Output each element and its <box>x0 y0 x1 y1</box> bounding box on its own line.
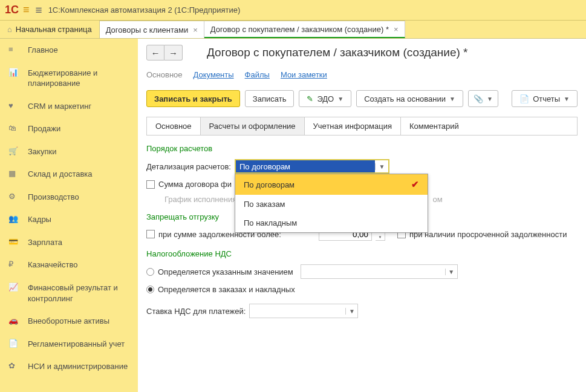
sidebar-icon: ♥ <box>8 101 19 110</box>
detail-select-input[interactable]: По договорам ▼ <box>235 159 389 174</box>
close-tab-icon[interactable]: × <box>394 25 399 34</box>
sidebar-label: Главное <box>28 45 58 56</box>
home-tab-label: Начальная страница <box>16 25 92 34</box>
forward-button[interactable]: → <box>164 45 183 60</box>
link-files[interactable]: Файлы <box>245 70 270 79</box>
detail-label: Детализация расчетов: <box>146 162 231 171</box>
sum-fixed-label: Сумма договора фи <box>158 180 232 189</box>
link-notes[interactable]: Мои заметки <box>281 70 327 79</box>
close-tab-icon[interactable]: × <box>193 25 198 34</box>
main-menu-icon[interactable]: ≡ <box>36 4 42 17</box>
tab-contracts-list[interactable]: Договоры с клиентами × <box>100 21 204 38</box>
reports-button[interactable]: 📄Отчеты▼ <box>512 90 578 107</box>
link-documents[interactable]: Документы <box>194 70 234 79</box>
sidebar-icon: ▦ <box>8 169 19 178</box>
edo-button[interactable]: ✎ЭДО▼ <box>299 90 351 107</box>
navigation-sidebar: ≡Главное📊Бюджетирование и планирование♥C… <box>0 39 138 392</box>
subtab-accounting[interactable]: Учетная информация <box>305 117 401 135</box>
debt-over-checkbox[interactable] <box>146 230 155 238</box>
dropdown-toggle-icon[interactable]: ▼ <box>445 269 457 275</box>
sidebar-item[interactable]: 🛒Закупки <box>0 140 138 163</box>
tab-label: Договор с покупателем / заказчиком (созд… <box>210 25 389 34</box>
tab-contract-create[interactable]: Договор с покупателем / заказчиком (созд… <box>204 21 405 38</box>
title-bar: 1C≡ ≡ 1С:Комплексная автоматизация 2 (1С… <box>0 0 586 21</box>
sidebar-item[interactable]: 🚗Внеоборотные активы <box>0 310 138 333</box>
subtab-payments[interactable]: Расчеты и оформление <box>201 117 305 135</box>
create-from-button[interactable]: Создать на основании▼ <box>356 90 463 107</box>
detail-dropdown: По договорам✔ По заказам По накладным <box>235 174 428 233</box>
nav-history: ← → <box>146 45 183 60</box>
sidebar-label: Продажи <box>28 123 60 134</box>
sidebar-label: Производство <box>28 192 79 203</box>
sidebar-label: Казначейство <box>28 260 77 270</box>
sidebar-item[interactable]: ♥CRM и маркетинг <box>0 95 138 118</box>
caret-down-icon: ▼ <box>337 96 343 102</box>
vat-by-orders-radio[interactable] <box>146 286 154 293</box>
sidebar-label: Закупки <box>28 146 56 157</box>
sidebar-item[interactable]: 📈Финансовый результат и контроллинг <box>0 276 138 310</box>
attachment-button[interactable]: 📎▼ <box>468 90 498 107</box>
step-down-icon[interactable]: ▼ <box>376 234 385 240</box>
dropdown-option[interactable]: По договорам✔ <box>235 174 428 195</box>
vat-by-value-radio[interactable] <box>146 268 154 276</box>
vat-value-select[interactable]: ▼ <box>301 264 458 279</box>
sidebar-icon: ✿ <box>8 361 19 370</box>
home-icon: ⌂ <box>7 25 12 34</box>
sidebar-icon: 🛒 <box>8 146 19 155</box>
reports-icon: 📄 <box>519 94 529 103</box>
action-toolbar: Записать и закрыть Записать ✎ЭДО▼ Создат… <box>146 90 578 107</box>
save-button[interactable]: Записать <box>245 90 295 107</box>
subtab-main[interactable]: Основное <box>147 117 201 135</box>
sidebar-item[interactable]: 📊Бюджетирование и планирование <box>0 62 138 95</box>
logo-1c-icon: 1C <box>5 4 19 16</box>
attachment-icon: 📎 <box>474 94 483 103</box>
overdue-label: при наличии просроченной задолженности <box>409 230 567 239</box>
sidebar-item[interactable]: ⚙Производство <box>0 186 138 209</box>
sidebar-item[interactable]: 🛍Продажи <box>0 117 138 140</box>
check-icon: ✔ <box>411 179 419 190</box>
sidebar-icon: 💳 <box>8 237 19 246</box>
sidebar-item[interactable]: 📄Регламентированный учет <box>0 333 138 356</box>
sidebar-label: Бюджетирование и планирование <box>28 68 129 89</box>
dropdown-option[interactable]: По заказам <box>235 195 428 214</box>
subtab-comment[interactable]: Комментарий <box>401 117 467 135</box>
home-tab[interactable]: ⌂ Начальная страница <box>0 21 100 38</box>
detail-select-value: По договорам <box>236 160 375 172</box>
content-area: ← → Договор с покупателем / заказчиком (… <box>138 39 586 392</box>
sidebar-item[interactable]: ✿НСИ и администрирование <box>0 355 138 378</box>
sidebar-label: CRM и маркетинг <box>28 101 91 112</box>
sidebar-icon: 📈 <box>8 283 19 292</box>
sidebar-icon: 👥 <box>8 214 19 223</box>
sidebar-label: Кадры <box>28 214 51 225</box>
section-links: Основное Документы Файлы Мои заметки <box>146 70 578 79</box>
tab-label: Договоры с клиентами <box>106 25 188 34</box>
caret-down-icon: ▼ <box>487 96 493 102</box>
link-main[interactable]: Основное <box>146 70 183 79</box>
sidebar-icon: 🚗 <box>8 316 19 325</box>
sidebar-icon: ⚙ <box>8 192 19 201</box>
back-button[interactable]: ← <box>146 45 164 60</box>
dropdown-toggle-icon[interactable]: ▼ <box>345 308 357 315</box>
sidebar-item[interactable]: ▦Склад и доставка <box>0 163 138 186</box>
dropdown-option[interactable]: По накладным <box>235 214 428 232</box>
edo-icon: ✎ <box>307 94 313 103</box>
form-tabs: Основное Расчеты и оформление Учетная ин… <box>146 117 578 136</box>
dropdown-toggle-icon[interactable]: ▼ <box>375 163 388 170</box>
sidebar-icon: 📄 <box>8 339 19 348</box>
sidebar-item[interactable]: ₽Казначейство <box>0 253 138 276</box>
sidebar-item[interactable]: 👥Кадры <box>0 208 138 231</box>
sum-fixed-checkbox[interactable] <box>146 180 155 189</box>
sidebar-icon: 📊 <box>8 68 19 77</box>
detail-select: По договорам ▼ По договорам✔ По заказам … <box>235 159 389 174</box>
vat-rate-select[interactable]: ▼ <box>249 304 358 318</box>
sidebar-icon: ₽ <box>8 260 19 269</box>
vat-by-value-label: Определяется указанным значением <box>158 267 293 276</box>
vat-rate-label: Ставка НДС для платежей: <box>146 307 246 316</box>
section-header-calc: Порядок расчетов <box>146 144 578 153</box>
app-title: 1С:Комплексная автоматизация 2 (1С:Предп… <box>48 5 241 15</box>
window-tabs: ⌂ Начальная страница Договоры с клиентам… <box>0 21 586 39</box>
save-close-button[interactable]: Записать и закрыть <box>146 90 240 107</box>
sidebar-item[interactable]: 💳Зарплата <box>0 231 138 254</box>
sidebar-item[interactable]: ≡Главное <box>0 39 138 62</box>
sidebar-label: Внеоборотные активы <box>28 316 109 327</box>
